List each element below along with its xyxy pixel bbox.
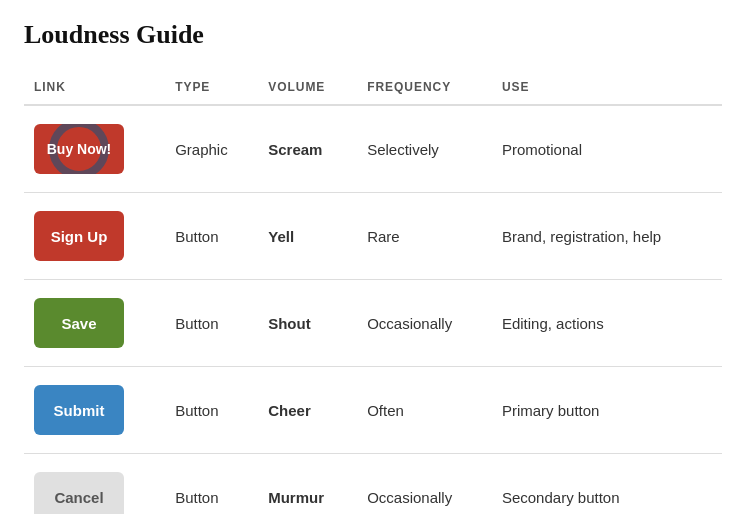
table-cell-use: Promotional [492, 105, 722, 193]
table-cell-frequency: Occasionally [357, 454, 492, 515]
col-header-volume: VOLUME [258, 72, 357, 105]
table-cell-use: Primary button [492, 367, 722, 454]
table-row: Sign UpButtonYellRareBrand, registration… [24, 193, 722, 280]
col-header-link: LINK [24, 72, 165, 105]
table-cell-frequency: Often [357, 367, 492, 454]
table-cell-link: Buy Now! [24, 105, 165, 193]
table-cell-frequency: Selectively [357, 105, 492, 193]
col-header-use: USE [492, 72, 722, 105]
col-header-type: TYPE [165, 72, 258, 105]
save-button[interactable]: Save [34, 298, 124, 348]
loudness-guide-table: LINK TYPE VOLUME FREQUENCY USE Buy Now!G… [24, 72, 722, 514]
table-cell-volume: Scream [258, 105, 357, 193]
table-cell-type: Button [165, 367, 258, 454]
table-cell-volume: Shout [258, 280, 357, 367]
table-cell-volume: Murmur [258, 454, 357, 515]
table-cell-type: Button [165, 454, 258, 515]
table-row: CancelButtonMurmurOccasionallySecondary … [24, 454, 722, 515]
cancel-button[interactable]: Cancel [34, 472, 124, 514]
table-cell-link: Save [24, 280, 165, 367]
sign-up-button[interactable]: Sign Up [34, 211, 124, 261]
table-cell-use: Secondary button [492, 454, 722, 515]
col-header-frequency: FREQUENCY [357, 72, 492, 105]
table-cell-volume: Cheer [258, 367, 357, 454]
page-title: Loudness Guide [24, 20, 722, 50]
table-row: Buy Now!GraphicScreamSelectivelyPromotio… [24, 105, 722, 193]
table-cell-frequency: Rare [357, 193, 492, 280]
table-cell-use: Brand, registration, help [492, 193, 722, 280]
table-cell-volume: Yell [258, 193, 357, 280]
table-cell-link: Cancel [24, 454, 165, 515]
submit-button[interactable]: Submit [34, 385, 124, 435]
table-cell-frequency: Occasionally [357, 280, 492, 367]
table-cell-type: Button [165, 280, 258, 367]
table-cell-link: Sign Up [24, 193, 165, 280]
table-cell-type: Graphic [165, 105, 258, 193]
buy-now-button[interactable]: Buy Now! [34, 124, 124, 174]
table-cell-use: Editing, actions [492, 280, 722, 367]
table-cell-type: Button [165, 193, 258, 280]
table-row: SubmitButtonCheerOftenPrimary button [24, 367, 722, 454]
table-row: SaveButtonShoutOccasionallyEditing, acti… [24, 280, 722, 367]
table-cell-link: Submit [24, 367, 165, 454]
